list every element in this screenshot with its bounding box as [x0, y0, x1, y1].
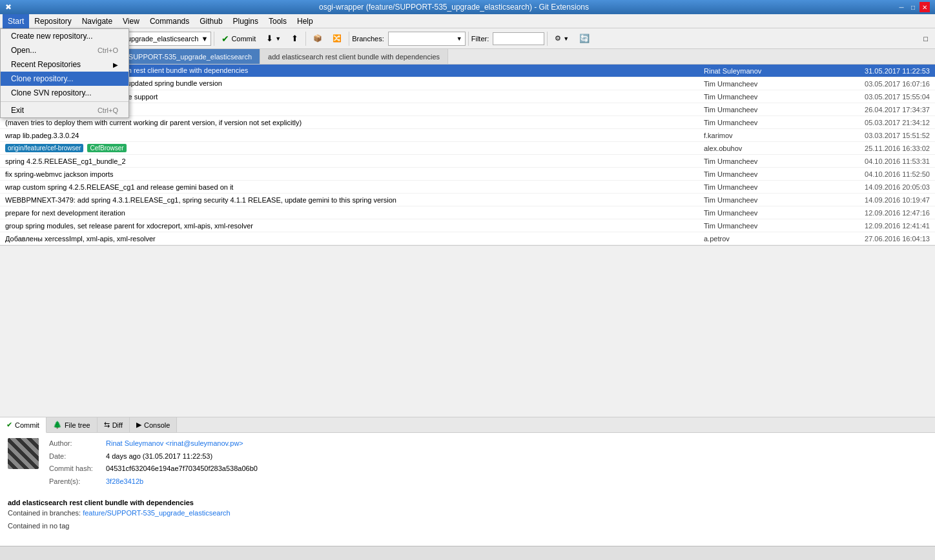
table-row[interactable]: EXT-3234: updated postgres driver Tim Ur…: [0, 103, 935, 116]
commit-date: 26.04.2017 17:34:37: [820, 106, 930, 114]
meta-parent-row: Parent(s): 3f28e3412b: [49, 476, 927, 488]
window-title: osgi-wrapper (feature/SUPPORT-535_upgrad…: [12, 3, 896, 12]
menu-clone-repo[interactable]: Clone repository...: [1, 72, 128, 86]
commit-author: a.petrov: [704, 235, 820, 243]
author-email: <rinat@suleymanov.pw>: [165, 439, 243, 447]
commit-author: Tim Urmancheev: [704, 80, 820, 88]
menu-clone-svn[interactable]: Clone SVN repository...: [1, 86, 128, 100]
commit-author: Rinat Suleymanov: [704, 67, 820, 75]
pull-button[interactable]: ⬇ ▼: [262, 31, 285, 46]
push-icon: ⬆: [291, 34, 298, 43]
tab-diff[interactable]: ⇆ Diff: [98, 417, 130, 432]
commit-list: Rinat Suleymanov add elasticsearch rest …: [0, 65, 935, 246]
filter-input[interactable]: [493, 32, 544, 45]
commit-row-selected[interactable]: Rinat Suleymanov add elasticsearch rest …: [0, 65, 935, 77]
menu-view[interactable]: View: [118, 14, 145, 28]
commit-details: Author: Rinat Suleymanov <rinat@suleyman…: [0, 433, 935, 494]
commit-list-container[interactable]: Rinat Suleymanov add elasticsearch rest …: [0, 65, 935, 417]
menu-help[interactable]: Help: [292, 14, 318, 28]
minimize-button[interactable]: ─: [896, 2, 907, 12]
commit-msg: group spring modules, set release parent…: [5, 222, 704, 230]
branches-input[interactable]: ▼: [388, 32, 466, 46]
menu-commands[interactable]: Commands: [145, 14, 194, 28]
sep6: [547, 32, 548, 46]
app-icon: ✖: [5, 3, 12, 12]
branch-dropdown-arrow: ▼: [201, 35, 209, 43]
refresh-icon: 🔄: [579, 34, 590, 43]
table-row[interactable]: group spring modules, set release parent…: [0, 219, 935, 232]
commit-author: Tim Urmancheev: [704, 222, 820, 230]
menu-plugins[interactable]: Plugins: [228, 14, 263, 28]
table-row[interactable]: WEBBPMNEXT-3479: add spring 4.3.1.RELEAS…: [0, 194, 935, 206]
diff-icon: ⇆: [104, 421, 110, 429]
table-row[interactable]: origin/feature/cef-browser CefBrowser al…: [0, 142, 935, 155]
commit-author: Tim Urmancheev: [704, 170, 820, 178]
commit-date: 04.10.2016 11:52:50: [820, 170, 930, 178]
origin-badge: origin/feature/cef-browser: [5, 144, 83, 152]
parent-value[interactable]: 3f28e3412b: [106, 476, 143, 488]
bottom-panel: ✔ Commit 🌲 File tree ⇆ Diff ▶ Console Au…: [0, 417, 935, 546]
table-row[interactable]: fix spring-webmvc jackson imports Tim Ur…: [0, 168, 935, 181]
console-icon: ▶: [136, 421, 141, 429]
date-label: Date:: [49, 451, 101, 463]
breadcrumb-commit-msg[interactable]: add elasticsearch rest client bundle wit…: [260, 49, 448, 64]
commit-date: 14.09.2016 20:05:03: [820, 183, 930, 191]
commit-button[interactable]: ✔ Commit: [217, 31, 260, 46]
status-bar: [0, 546, 935, 560]
commit-date: 27.06.2016 16:04:13: [820, 235, 930, 243]
refresh-button[interactable]: 🔄: [575, 31, 594, 46]
commit-date: 03.03.2017 15:51:52: [820, 132, 930, 139]
table-row[interactable]: support-for-spring SUPPORT-572: updated …: [0, 77, 935, 90]
tab-console[interactable]: ▶ Console: [130, 417, 177, 432]
panel-toggle-button[interactable]: □: [919, 31, 932, 46]
table-row[interactable]: (maven tries to deploy them with current…: [0, 116, 935, 129]
commit-date: 31.05.2017 11:22:53: [820, 67, 930, 75]
tab-file-tree[interactable]: 🌲 File tree: [46, 417, 98, 432]
menu-open[interactable]: Open... Ctrl+O: [1, 43, 128, 57]
push-button[interactable]: ⬆: [287, 31, 303, 46]
local-badge: CefBrowser: [87, 144, 126, 152]
sep2: [214, 32, 214, 46]
commit-tab-icon: ✔: [6, 421, 12, 429]
table-row[interactable]: wrap lib.padeg.3.3.0.24 f.karimov 03.03.…: [0, 129, 935, 142]
menu-recent-repos[interactable]: Recent Repositories: [1, 57, 128, 72]
settings-icon: ⚙: [555, 34, 561, 43]
sep5: [468, 32, 469, 46]
commit-date: 12.09.2016 12:47:16: [820, 209, 930, 217]
file-tree-icon: 🌲: [53, 421, 62, 429]
commit-author: Tim Urmancheev: [704, 119, 820, 126]
settings-button[interactable]: ⚙ ▼: [550, 31, 573, 46]
table-row[interactable]: add spring-context. needed for cache sup…: [0, 90, 935, 103]
menu-navigate[interactable]: Navigate: [77, 14, 118, 28]
pull-icon: ⬇: [266, 34, 273, 43]
toolbar: 📁 🗂 feature/SUPPORT-535_upgrade_elastics…: [0, 28, 935, 49]
stash-button[interactable]: 📦: [309, 31, 327, 46]
commit-author: Tim Urmancheev: [704, 209, 820, 217]
menu-github[interactable]: Github: [194, 14, 227, 28]
table-row[interactable]: spring 4.2.5.RELEASE_cg1_bundle_2 Tim Ur…: [0, 155, 935, 168]
menu-create-repo[interactable]: Create new repository...: [1, 29, 128, 43]
maximize-button[interactable]: □: [908, 2, 918, 12]
author-value[interactable]: Rinat Suleymanov <rinat@suleymanov.pw>: [106, 438, 243, 450]
branches-label: Branches:: [352, 35, 384, 43]
branches-search-input[interactable]: [391, 35, 457, 43]
menu-tools[interactable]: Tools: [263, 14, 292, 28]
commit-author: Tim Urmancheev: [704, 183, 820, 191]
commit-tab-label: Commit: [15, 421, 39, 429]
hash-value: 04531cf632046e194ae7f703450f283a538a06b0: [106, 463, 258, 475]
branches-dropdown-arrow: ▼: [457, 35, 462, 42]
menu-repository[interactable]: Repository: [29, 14, 76, 28]
bottom-tabs: ✔ Commit 🌲 File tree ⇆ Diff ▶ Console: [0, 417, 935, 433]
history-button[interactable]: 🔀: [328, 31, 346, 46]
table-row[interactable]: wrap custom spring 4.2.5.RELEASE_cg1 and…: [0, 181, 935, 194]
menu-exit[interactable]: Exit Ctrl+Q: [1, 103, 128, 117]
commit-label: Commit: [231, 35, 256, 43]
table-row[interactable]: prepare for next development iteration T…: [0, 206, 935, 219]
history-icon: 🔀: [333, 34, 342, 43]
tab-commit[interactable]: ✔ Commit: [0, 417, 46, 433]
contained-branch-link[interactable]: feature/SUPPORT-535_upgrade_elasticsearc…: [83, 509, 231, 517]
table-row[interactable]: Добавлены xercessImpl, xml-apis, xml-res…: [0, 232, 935, 245]
meta-hash-row: Commit hash: 04531cf632046e194ae7f703450…: [49, 463, 927, 475]
menu-start[interactable]: Start: [3, 14, 29, 28]
close-button[interactable]: ✕: [920, 2, 930, 12]
